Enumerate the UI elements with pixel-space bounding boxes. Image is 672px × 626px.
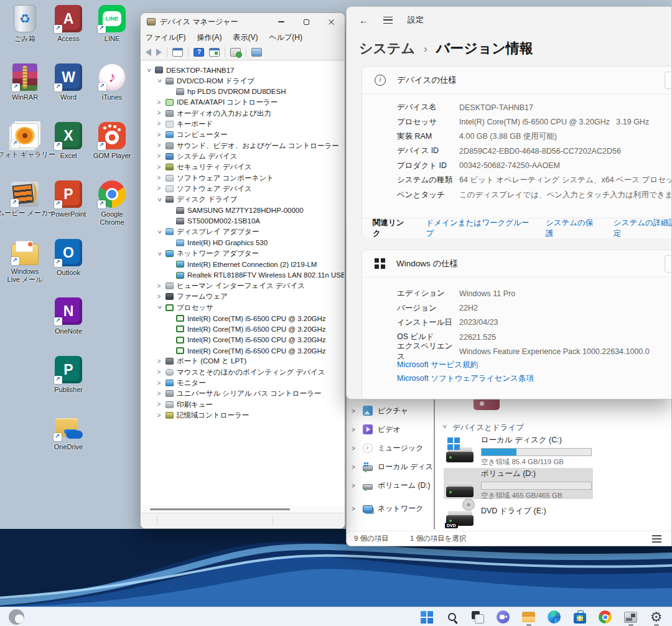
chevron-right-icon[interactable]: > [156, 391, 162, 397]
tree-item[interactable]: >モニター [141, 378, 344, 388]
desktop-icon-powerpoint[interactable]: PPowerPoint [49, 180, 88, 218]
drive-name[interactable]: ボリューム (D:) [481, 469, 536, 479]
tree-item[interactable]: >コンピューター [141, 129, 344, 140]
chevron-right-icon[interactable]: > [156, 380, 162, 386]
sidebar-item-videos[interactable]: >ビデオ [352, 421, 432, 438]
copy-button[interactable] [665, 255, 672, 273]
chevron-right-icon[interactable]: > [352, 408, 358, 414]
tree-item[interactable]: >DESKTOP-TAHNB17 [141, 65, 344, 75]
drive-icon-data[interactable] [446, 472, 475, 497]
tree-item[interactable]: >ソフトウェア デバイス [141, 184, 344, 194]
tree-item[interactable]: >印刷キュー [141, 399, 344, 410]
tree-item[interactable]: >ソフトウェア コンポーネント [141, 172, 344, 183]
chevron-down-icon[interactable]: > [156, 228, 162, 235]
tree-item[interactable]: >マウスとそのほかのポインティング デバイス [141, 367, 344, 378]
chevron-right-icon[interactable]: > [156, 185, 162, 192]
help-icon[interactable] [194, 48, 204, 57]
chevron-right-icon[interactable]: > [156, 369, 162, 375]
related-link[interactable]: ドメインまたはワークグループ [426, 218, 530, 239]
sidebar-item-drive-sys[interactable]: >ローカル ディスク ( [352, 458, 432, 475]
sidebar-item-pictures[interactable]: >ピクチャ [352, 402, 432, 419]
remote-desktop-icon[interactable] [251, 48, 262, 57]
maximize-button[interactable] [294, 13, 319, 30]
desktop-icon-publisher[interactable]: PPublisher [49, 356, 88, 394]
tree-item[interactable]: >Intel(R) Core(TM) i5-6500 CPU @ 3.20GHz [141, 345, 344, 356]
desktop-icon-access[interactable]: AAccess [49, 5, 88, 43]
tree-item[interactable]: >プロセッサ [141, 302, 344, 313]
desktop-icon-photo-gallery[interactable]: フォト ギャラリー [5, 122, 45, 159]
tree-item[interactable]: >ファームウェア [141, 291, 344, 302]
chevron-right-icon[interactable]: > [156, 100, 162, 106]
desktop-icon-onedrive[interactable]: OneDrive [49, 414, 88, 451]
chevron-right-icon[interactable]: > [156, 121, 162, 127]
desktop-icon-google-chrome[interactable]: Google Chrome [92, 180, 132, 226]
tree-item[interactable]: >システム デバイス [141, 151, 344, 162]
desktop-icon-itunes[interactable]: iTunes [92, 63, 132, 101]
desktop-icon-outlook[interactable]: OOutlook [49, 239, 88, 277]
drive-icon-dvd[interactable]: DVD [446, 501, 475, 526]
desktop-icon-line[interactable]: LINELINE [92, 5, 132, 43]
tree-item[interactable]: >ST500DM002-1SB10A [141, 216, 344, 227]
desktop-icon-gom-player[interactable]: GOM Player [92, 122, 132, 160]
tree-item[interactable]: >Intel(R) Core(TM) i5-6500 CPU @ 3.20GHz [141, 335, 344, 345]
chevron-right-icon[interactable]: > [352, 482, 358, 489]
chevron-right-icon[interactable]: > [352, 445, 358, 452]
chevron-right-icon[interactable]: > [156, 132, 162, 138]
close-button[interactable] [319, 13, 343, 30]
console-window-icon[interactable] [172, 48, 183, 57]
taskbar-icon-file-explorer[interactable] [520, 608, 537, 626]
tree-item[interactable]: >DVD/CD-ROM ドライブ [141, 75, 344, 86]
action-console-icon[interactable] [209, 48, 220, 57]
breadcrumb-system[interactable]: システム [359, 39, 415, 58]
desktop-icon-word[interactable]: WWord [49, 63, 88, 101]
chevron-right-icon[interactable]: > [352, 426, 358, 433]
chevron-down-icon[interactable]: > [156, 304, 162, 311]
taskbar-icon-search[interactable] [444, 608, 460, 626]
scan-hardware-icon[interactable] [230, 48, 241, 57]
taskbar-icon-task-view[interactable] [469, 608, 486, 626]
chevron-down-icon[interactable]: > [146, 67, 152, 73]
taskbar-icon-start[interactable] [418, 608, 435, 626]
menu-item[interactable]: 表示(V) [233, 32, 258, 43]
menu-item[interactable]: ヘルプ(H) [269, 32, 302, 43]
taskbar-icon-chat[interactable] [495, 608, 511, 626]
chevron-right-icon[interactable]: > [156, 413, 162, 419]
desktop-icon-winrar[interactable]: WinRAR [5, 63, 45, 101]
tree-item[interactable]: >hp PLDS DVDROM DU8DESH [141, 86, 344, 97]
details-view-icon[interactable] [652, 535, 661, 543]
drive-icon-system[interactable] [446, 437, 475, 462]
back-button[interactable]: ← [359, 15, 368, 26]
tree-item[interactable]: >記憶域コントローラー [141, 410, 344, 421]
sidebar-item-network[interactable]: >ネットワーク [352, 500, 432, 517]
sidebar-item-drive[interactable]: >ボリューム (D:) [352, 477, 432, 494]
desktop-icon-excel[interactable]: XExcel [49, 122, 88, 160]
chevron-down-icon[interactable]: > [156, 78, 162, 85]
taskbar-icon-edge[interactable] [546, 608, 562, 626]
tree-item[interactable]: >ポート (COM と LPT) [141, 356, 344, 367]
menu-item[interactable]: ファイル(F) [146, 32, 185, 43]
tree-item[interactable]: >Realtek RTL8188FTV Wireless LAN 802.11n… [141, 270, 344, 281]
desktop-icon-onenote[interactable]: NOneNote [49, 297, 88, 335]
tree-item[interactable]: >セキュリティ デバイス [141, 162, 344, 172]
desktop-icon-windows-live-mail[interactable]: Windows Live メール [5, 239, 45, 283]
tree-item[interactable]: >ユニバーサル シリアル バス コントローラー [141, 388, 344, 399]
desktop-icon-movie-maker[interactable]: ムービー メーカー [5, 180, 45, 217]
tree-item[interactable]: >Intel(R) HD Graphics 530 [141, 238, 344, 248]
forward-icon[interactable] [156, 49, 162, 56]
pane-divider[interactable] [434, 396, 435, 530]
devices-and-drives-group-header[interactable]: > デバイスとドライブ [441, 423, 524, 433]
sidebar-item-music[interactable]: >ミュージック [352, 439, 432, 457]
chevron-right-icon[interactable]: > [156, 110, 162, 116]
chevron-right-icon[interactable]: > [156, 164, 162, 171]
settings-titlebar[interactable]: ← 設定 [347, 7, 671, 33]
tree-item[interactable]: >Intel(R) Ethernet Connection (2) I219-L… [141, 259, 344, 269]
horizontal-scrollbar[interactable] [141, 505, 344, 513]
tree-item[interactable]: >Intel(R) Core(TM) i5-6500 CPU @ 3.20GHz [141, 324, 344, 334]
tree-item[interactable]: >ディスク ドライブ [141, 194, 344, 205]
chevron-down-icon[interactable]: > [156, 250, 162, 257]
tree-item[interactable]: >Intel(R) Core(TM) i5-6500 CPU @ 3.20GHz [141, 313, 344, 324]
drive-name[interactable]: ローカル ディスク (C:) [481, 435, 562, 446]
tree-item[interactable]: >ディスプレイ アダプター [141, 227, 344, 237]
chevron-right-icon[interactable]: > [156, 283, 162, 289]
copy-button[interactable] [665, 72, 672, 89]
